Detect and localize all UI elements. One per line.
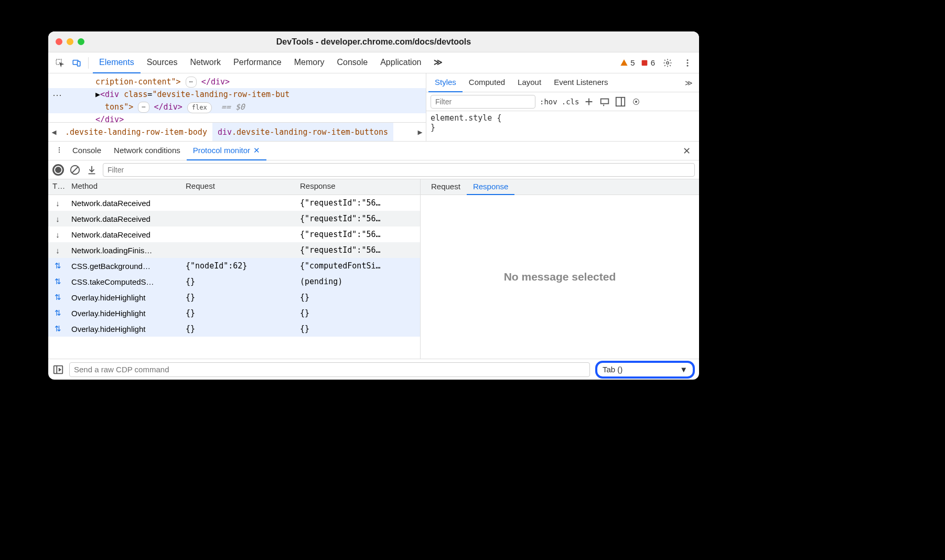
cdp-command-input[interactable] — [69, 362, 590, 377]
cell-method: CSS.getBackground… — [67, 260, 181, 273]
cell-method: Network.dataReceived — [67, 228, 181, 241]
drawer-kebab-icon[interactable] — [52, 146, 66, 155]
inspect-element-icon[interactable] — [52, 56, 67, 70]
cell-method: Network.dataReceived — [67, 197, 181, 210]
device-toolbar-icon[interactable] — [69, 56, 84, 70]
kebab-menu-icon[interactable] — [680, 56, 695, 70]
table-row[interactable]: ⇅CSS.takeComputedS…{}(pending) — [48, 274, 420, 289]
direction-icon: ↓ — [48, 197, 67, 210]
flexbox-editor-icon[interactable] — [599, 96, 610, 107]
table-row[interactable]: ↓Network.dataReceived{"requestId":"56… — [48, 195, 420, 211]
new-style-rule-icon[interactable] — [583, 96, 595, 107]
drawer-tab-network-conditions[interactable]: Network conditions — [108, 142, 187, 160]
tab-console[interactable]: Console — [330, 52, 374, 73]
drawer-tab-console[interactable]: Console — [66, 142, 108, 160]
table-rows: ↓Network.dataReceived{"requestId":"56…↓N… — [48, 195, 420, 359]
table-header: T… Method Request Response — [48, 179, 420, 195]
left-panel-icon[interactable] — [52, 364, 64, 375]
breadcrumb-scroll-left-icon[interactable]: ◀ — [48, 123, 60, 141]
detail-tab-request[interactable]: Request — [425, 179, 467, 195]
flex-badge[interactable]: flex — [187, 102, 212, 113]
tab-application[interactable]: Application — [374, 52, 427, 73]
svg-point-10 — [59, 147, 60, 148]
table-row[interactable]: ↓Network.dataReceived{"requestId":"56… — [48, 227, 420, 242]
close-window-button[interactable] — [56, 38, 62, 45]
more-tabs-icon[interactable]: ≫ — [681, 79, 697, 87]
cls-toggle[interactable]: .cls — [562, 98, 579, 106]
close-tab-icon[interactable]: ✕ — [253, 146, 260, 155]
cell-method: Network.loadingFinis… — [67, 244, 181, 257]
issues-warning-badge[interactable]: 5 — [620, 58, 635, 67]
traffic-lights — [56, 38, 84, 45]
cell-response: (pending) — [296, 275, 420, 288]
col-response[interactable]: Response — [296, 179, 420, 195]
table-row[interactable]: ⇅Overlay.hideHighlight{}{} — [48, 321, 420, 337]
col-request[interactable]: Request — [181, 179, 296, 195]
cell-response: {"requestId":"56… — [296, 196, 420, 210]
svg-point-7 — [687, 64, 689, 66]
eq0-indicator: == $0 — [221, 102, 245, 112]
cell-method: Overlay.hideHighlight — [67, 307, 181, 320]
svg-point-4 — [667, 61, 669, 64]
maximize-window-button[interactable] — [78, 38, 84, 45]
titlebar: DevTools - developer.chrome.com/docs/dev… — [48, 31, 699, 52]
direction-icon: ⇅ — [48, 290, 67, 304]
record-button[interactable] — [52, 164, 64, 176]
hov-toggle[interactable]: :hov — [540, 98, 557, 106]
minimize-window-button[interactable] — [67, 38, 73, 45]
tab-layout[interactable]: Layout — [511, 73, 547, 92]
breadcrumb-item-active[interactable]: div.devsite-landing-row-item-buttons — [212, 123, 393, 141]
more-tabs-icon[interactable]: ≫ — [427, 52, 449, 73]
col-type[interactable]: T… — [48, 179, 67, 195]
element-style-close: } — [431, 123, 695, 132]
tab-memory[interactable]: Memory — [288, 52, 331, 73]
tab-sources[interactable]: Sources — [141, 52, 184, 73]
direction-icon: ↓ — [48, 244, 67, 257]
cell-method: Overlay.hideHighlight — [67, 322, 181, 336]
tab-event-listeners[interactable]: Event Listeners — [547, 73, 614, 92]
clear-icon[interactable] — [69, 164, 81, 176]
issues-error-badge[interactable]: 6 — [640, 58, 655, 67]
svg-point-11 — [59, 149, 60, 150]
rendering-emulations-icon[interactable]: ⦿ — [630, 96, 642, 107]
table-row[interactable]: ↓Network.dataReceived{"requestId":"56… — [48, 211, 420, 227]
direction-icon: ⇅ — [48, 322, 67, 336]
computed-sidebar-icon[interactable] — [615, 96, 626, 107]
table-row[interactable]: ↓Network.loadingFinis…{"requestId":"56… — [48, 242, 420, 258]
svg-point-12 — [59, 152, 60, 153]
breadcrumb-item[interactable]: .devsite-landing-row-item-body — [60, 123, 212, 141]
table-row[interactable]: ⇅CSS.getBackground…{"nodeId":62}{"comput… — [48, 258, 420, 274]
dom-tree[interactable]: cription-content"> ⋯ </div> ▶<div class=… — [48, 73, 426, 126]
styles-body[interactable]: element.style { } — [426, 111, 699, 141]
styles-filter-input[interactable] — [431, 95, 535, 109]
tab-network[interactable]: Network — [184, 52, 227, 73]
error-count: 6 — [651, 58, 655, 67]
svg-rect-8 — [601, 99, 609, 103]
target-select[interactable]: Tab () ▼ — [595, 361, 695, 379]
cell-request: {} — [181, 306, 296, 320]
direction-icon: ⇅ — [48, 259, 67, 273]
table-row[interactable]: ⇅Overlay.hideHighlight{}{} — [48, 289, 420, 305]
empty-message: No message selected — [421, 195, 699, 359]
tab-styles[interactable]: Styles — [428, 73, 463, 92]
collapsed-ancestors-icon[interactable]: ⋯ — [52, 89, 62, 101]
svg-rect-2 — [78, 61, 80, 66]
tab-elements[interactable]: Elements — [93, 52, 141, 73]
command-bar: Tab () ▼ — [48, 359, 699, 380]
close-drawer-icon[interactable]: ✕ — [679, 145, 695, 157]
tab-computed[interactable]: Computed — [463, 73, 511, 92]
collapsed-content-icon[interactable]: ⋯ — [186, 77, 197, 88]
breadcrumb-scroll-right-icon[interactable]: ▶ — [414, 123, 426, 141]
protocol-filter-input[interactable] — [103, 163, 695, 177]
col-method[interactable]: Method — [67, 179, 181, 195]
protocol-detail: Request Response No message selected — [421, 179, 699, 359]
tab-performance[interactable]: Performance — [227, 52, 288, 73]
table-row[interactable]: ⇅Overlay.hideHighlight{}{} — [48, 305, 420, 321]
window-title: DevTools - developer.chrome.com/docs/dev… — [48, 37, 699, 47]
drawer-tab-protocol-monitor[interactable]: Protocol monitor ✕ — [187, 142, 266, 160]
save-icon[interactable] — [86, 164, 98, 176]
settings-gear-icon[interactable] — [660, 56, 675, 70]
element-style-open: element.style { — [431, 113, 695, 123]
detail-tab-response[interactable]: Response — [467, 179, 515, 195]
collapsed-content-icon[interactable]: ⋯ — [138, 102, 149, 113]
